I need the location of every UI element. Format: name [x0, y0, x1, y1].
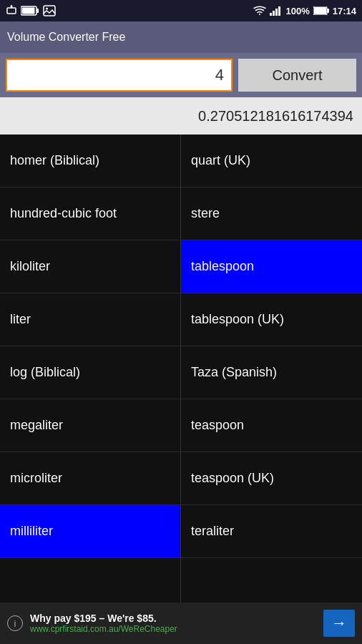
number-input[interactable]: [6, 59, 233, 92]
left-list-item[interactable]: liter: [0, 293, 180, 346]
status-left: [6, 5, 56, 16]
ad-arrow-button[interactable]: [323, 610, 355, 637]
left-list-item[interactable]: milliliter: [0, 505, 180, 558]
right-list-item[interactable]: stere: [181, 187, 362, 240]
svg-rect-11: [278, 6, 280, 16]
left-list: homer (Biblical)hundred-cubic footkiloli…: [0, 135, 181, 602]
left-list-item[interactable]: homer (Biblical): [0, 135, 180, 187]
result-row: 0.270512181616174394: [0, 97, 362, 135]
clock: 17:14: [333, 6, 356, 16]
ad-text-block: Why pay $195 – We're $85. www.cprfirstai…: [30, 613, 316, 634]
right-list-item[interactable]: Taza (Spanish): [181, 346, 362, 399]
right-list-item[interactable]: tablespoon (UK): [181, 293, 362, 346]
ad-main-text: Why pay $195 – We're $85.: [30, 613, 316, 624]
status-right: 100% 17:14: [253, 6, 357, 16]
svg-rect-8: [270, 13, 272, 16]
svg-rect-0: [7, 8, 16, 14]
usb-icon: [6, 5, 17, 16]
title-bar: Volume Converter Free: [0, 21, 362, 53]
left-list-item[interactable]: megaliter: [0, 399, 180, 452]
convert-button[interactable]: Convert: [238, 59, 356, 92]
svg-rect-5: [36, 9, 39, 13]
input-row: Convert: [0, 53, 362, 97]
svg-rect-9: [273, 11, 275, 16]
battery-icon: [21, 6, 39, 16]
svg-rect-4: [22, 8, 35, 14]
battery-percent: 100%: [286, 6, 310, 16]
right-list-item[interactable]: quart (UK): [181, 135, 362, 187]
left-list-item[interactable]: microliter: [0, 452, 180, 505]
ad-info-icon: i: [7, 615, 23, 631]
svg-rect-14: [327, 9, 329, 13]
wifi-icon: [253, 6, 266, 16]
svg-point-7: [46, 8, 48, 10]
signal-icon: [270, 6, 283, 16]
battery-full-icon: [313, 6, 329, 15]
ad-banner: i Why pay $195 – We're $85. www.cprfirst…: [0, 602, 362, 644]
svg-rect-10: [275, 9, 278, 16]
left-list-item[interactable]: log (Biblical): [0, 346, 180, 399]
image-icon: [43, 5, 56, 16]
svg-point-2: [11, 6, 13, 8]
right-list-item[interactable]: teaspoon: [181, 399, 362, 452]
right-list-item[interactable]: teraliter: [181, 505, 362, 558]
svg-rect-13: [314, 7, 326, 14]
app-title: Volume Converter Free: [7, 31, 125, 44]
result-value: 0.270512181616174394: [198, 108, 353, 125]
right-list-item[interactable]: tablespoon: [181, 240, 362, 293]
lists-area: homer (Biblical)hundred-cubic footkiloli…: [0, 135, 362, 602]
left-list-item[interactable]: kiloliter: [0, 240, 180, 293]
right-list: quart (UK)steretablespoontablespoon (UK)…: [181, 135, 362, 602]
right-list-item[interactable]: teaspoon (UK): [181, 452, 362, 505]
status-bar: 100% 17:14: [0, 0, 362, 21]
left-list-item[interactable]: hundred-cubic foot: [0, 187, 180, 240]
ad-url-text: www.cprfirstaid.com.au/WeReCheaper: [30, 624, 316, 634]
